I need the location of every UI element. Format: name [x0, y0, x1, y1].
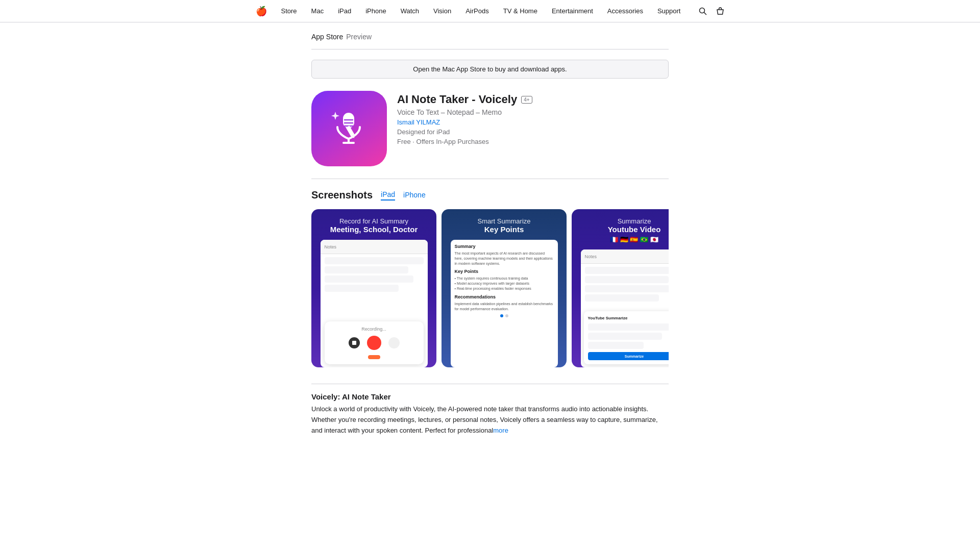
- nav-ipad[interactable]: iPad: [338, 7, 351, 15]
- tab-iphone[interactable]: iPhone: [403, 191, 426, 200]
- ss3-list-item: [585, 276, 669, 283]
- screenshots-divider: [311, 179, 669, 179]
- ss2-dot-1: [500, 314, 503, 317]
- ss3-list-item: [585, 294, 659, 302]
- ss3-line2: Youtube Video: [608, 225, 661, 234]
- ss2-line2: Key Points: [477, 225, 530, 234]
- ss1-main-btn[interactable]: [367, 336, 381, 350]
- info-banner: Open the Mac App Store to buy and downlo…: [311, 60, 669, 79]
- app-designed-for: Designed for iPad: [397, 128, 669, 136]
- screenshot-3: Summarize Youtube Video 🇫🇷 🇩🇪 🇪🇸 🇧🇷 🇯🇵 N…: [572, 209, 669, 367]
- age-badge: 4+: [521, 96, 532, 104]
- app-price: Free · Offers In-App Purchases: [397, 138, 669, 145]
- nav-accessories[interactable]: Accessories: [607, 7, 643, 15]
- app-header: AI Note Taker - Voicely 4+ Voice To Text…: [311, 91, 669, 166]
- ss1-line1: Record for AI Summary: [330, 217, 418, 225]
- screenshot-3-img: Summarize Youtube Video 🇫🇷 🇩🇪 🇪🇸 🇧🇷 🇯🇵 N…: [572, 209, 669, 367]
- shopping-bag-icon: [716, 7, 724, 15]
- description-app-name: Voicely: AI Note Taker: [311, 392, 669, 401]
- header-divider: [311, 49, 669, 49]
- screenshot-1-img: Record for AI Summary Meeting, School, D…: [311, 209, 436, 367]
- apple-logo-icon[interactable]: 🍎: [256, 6, 267, 17]
- ss2-keypoints-title: Key Points: [455, 269, 554, 274]
- banner-text: Open the Mac App Store to buy and downlo…: [413, 65, 567, 73]
- nav-mac[interactable]: Mac: [311, 7, 324, 15]
- ss3-list: [581, 264, 669, 309]
- ss2-summary-title: Summary: [455, 244, 554, 249]
- breadcrumb-preview: Preview: [346, 33, 372, 41]
- description-text: Unlock a world of productivity with Voic…: [311, 404, 669, 436]
- nav-airpods[interactable]: AirPods: [465, 7, 489, 15]
- description-section: Voicely: AI Note Taker Unlock a world of…: [311, 384, 669, 436]
- ss1-device-header: Notes: [321, 240, 428, 254]
- tab-ipad[interactable]: iPad: [381, 190, 395, 201]
- ss1-controls: [349, 336, 400, 350]
- ss1-text: Record for AI Summary Meeting, School, D…: [324, 209, 424, 238]
- description-divider: [311, 384, 669, 384]
- ss2-summary-text: The most important aspects of AI researc…: [455, 251, 554, 266]
- app-subtitle: Voice To Text – Notepad – Memo: [397, 108, 669, 116]
- ss1-list-item: [325, 276, 414, 283]
- nav-vision[interactable]: Vision: [433, 7, 451, 15]
- ss3-list-item: [585, 267, 669, 274]
- svg-line-1: [704, 12, 706, 14]
- nav-support[interactable]: Support: [657, 7, 681, 15]
- svg-marker-2: [331, 112, 339, 120]
- app-price-suffix: · Offers In-App Purchases: [412, 138, 488, 145]
- nav-store[interactable]: Store: [281, 7, 297, 15]
- ss1-list-item: [325, 266, 409, 273]
- microphone-icon: [326, 106, 372, 152]
- screenshots-title: Screenshots: [311, 189, 373, 201]
- app-icon: [311, 91, 387, 166]
- ss1-recording-modal: Recording...: [325, 321, 424, 364]
- screenshots-header: Screenshots iPad iPhone: [311, 189, 669, 201]
- ss3-device: Notes YouTube Summarize: [581, 249, 669, 367]
- ss1-stop-btn[interactable]: [349, 337, 360, 348]
- ss1-list-item: [325, 285, 399, 292]
- description-more-link[interactable]: more: [493, 427, 508, 434]
- nav-watch[interactable]: Watch: [401, 7, 419, 15]
- ss3-device-header: Notes: [581, 249, 669, 264]
- app-developer-link[interactable]: Ismail YILMAZ: [397, 118, 669, 126]
- bag-button[interactable]: [716, 7, 724, 15]
- nav-iphone[interactable]: iPhone: [365, 7, 386, 15]
- ss2-text: Smart Summarize Key Points: [471, 209, 536, 238]
- app-title-row: AI Note Taker - Voicely 4+: [397, 93, 669, 106]
- ss1-line2: Meeting, School, Doctor: [330, 225, 418, 234]
- ss3-text: Summarize Youtube Video 🇫🇷 🇩🇪 🇪🇸 🇧🇷 🇯🇵: [602, 209, 667, 247]
- search-icon: [699, 7, 707, 15]
- ss3-list-item: [585, 285, 669, 292]
- breadcrumb: App Store Preview: [311, 33, 669, 41]
- svg-rect-9: [346, 126, 355, 136]
- ss1-recording-text: Recording...: [361, 327, 386, 332]
- app-icon-wrapper: [311, 91, 387, 166]
- nav-tv-home[interactable]: TV & Home: [503, 7, 537, 15]
- ss1-list-item: [325, 257, 424, 264]
- ss2-keypoints-text: • The system requires continuous trainin…: [455, 276, 554, 291]
- ss1-device: Notes Recording...: [321, 240, 428, 367]
- ss2-line1: Smart Summarize: [477, 217, 530, 225]
- nav-entertainment[interactable]: Entertainment: [552, 7, 593, 15]
- screenshot-2: Smart Summarize Key Points Summary The m…: [442, 209, 567, 367]
- ss1-list: [321, 254, 428, 318]
- main-content: App Store Preview Open the Mac App Store…: [301, 22, 679, 456]
- screenshot-2-img: Smart Summarize Key Points Summary The m…: [442, 209, 567, 367]
- ss2-pagination: [455, 314, 554, 317]
- app-price-value: Free: [397, 138, 411, 145]
- screenshot-1: Record for AI Summary Meeting, School, D…: [311, 209, 436, 367]
- ss2-device: Summary The most important aspects of AI…: [451, 240, 558, 367]
- breadcrumb-appstore: App Store: [311, 33, 343, 41]
- app-info: AI Note Taker - Voicely 4+ Voice To Text…: [397, 91, 669, 145]
- description-body: Unlock a world of productivity with Voic…: [311, 405, 658, 434]
- ss2-rec-text: Implement data validation pipelines and …: [455, 302, 554, 312]
- ss2-rec-title: Recommendations: [455, 294, 554, 299]
- search-button[interactable]: [699, 7, 707, 15]
- ss2-dot-2: [505, 314, 508, 317]
- ss1-right-btn[interactable]: [388, 337, 400, 348]
- ss3-line1: Summarize: [608, 217, 661, 225]
- screenshots-row: Record for AI Summary Meeting, School, D…: [311, 209, 669, 371]
- ss1-waveform: [368, 355, 380, 359]
- app-title: AI Note Taker - Voicely: [397, 93, 517, 106]
- top-navigation: 🍎 Store Mac iPad iPhone Watch Vision Air…: [0, 0, 980, 22]
